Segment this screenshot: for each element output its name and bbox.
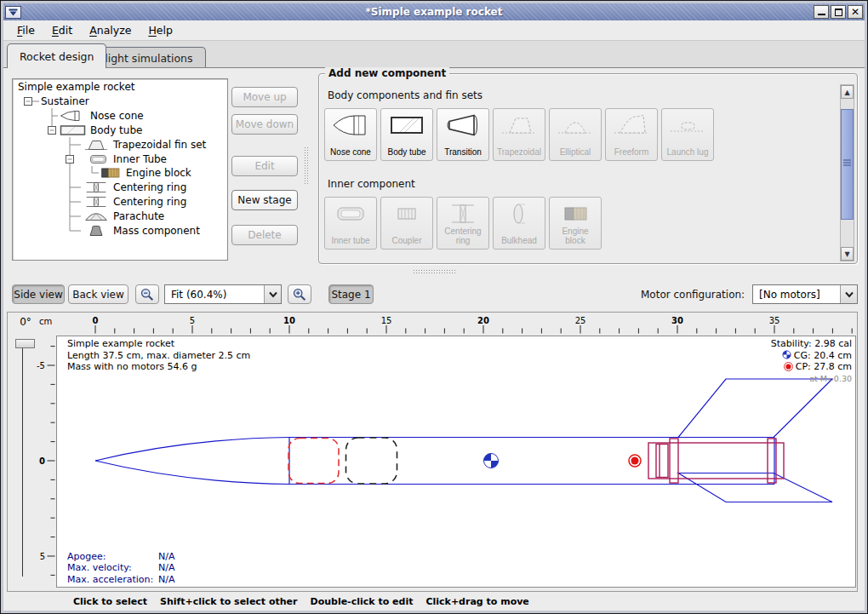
- stability-value: Stability: 2.98 cal: [771, 338, 852, 350]
- bulkhead-icon: [500, 200, 539, 227]
- status-hint: Click+drag to move: [425, 596, 528, 607]
- system-triangle-icon: [9, 9, 18, 16]
- menu-file[interactable]: File: [10, 21, 42, 39]
- fintrap-icon: [500, 112, 539, 139]
- tree-item-label: Trapezoidal fin set: [113, 139, 206, 151]
- zoom-in-button[interactable]: [288, 284, 311, 304]
- maximize-button[interactable]: [831, 5, 846, 19]
- component-button-label: Trapezoidal: [497, 148, 541, 158]
- edit-button[interactable]: Edit: [231, 156, 298, 176]
- component-button-label: Body tube: [387, 148, 425, 158]
- zoom-out-button[interactable]: [135, 284, 159, 304]
- zoom-level-value: Fit (60.4%): [165, 285, 264, 303]
- add-component-title: Add new component: [325, 67, 449, 79]
- rocket-canvas[interactable]: [56, 336, 856, 588]
- add-nose-cone-button[interactable]: Nose cone: [324, 108, 377, 161]
- rocket-mass: Mass with no motors 54.6 g: [67, 361, 250, 373]
- title-bar[interactable]: *Simple example rocket ✕: [3, 3, 865, 20]
- add-body-tube-button[interactable]: Body tube: [380, 108, 433, 161]
- component-tree[interactable]: Simple example rocketSustainerNose coneB…: [12, 78, 228, 261]
- minimize-button[interactable]: [814, 5, 829, 19]
- add-elliptical-button[interactable]: Elliptical: [549, 108, 602, 161]
- close-button[interactable]: ✕: [848, 5, 863, 19]
- add-engine-block-button[interactable]: Engineblock: [549, 197, 602, 250]
- centeringring-icon: [443, 200, 483, 227]
- scroll-up-icon[interactable]: ▲: [841, 85, 854, 99]
- apogee-row: Apogee:N/A: [67, 551, 174, 562]
- scrollbar-grip-icon: [842, 159, 853, 168]
- cp-marker-icon: [784, 362, 793, 371]
- menu-analyze[interactable]: Analyze: [83, 21, 138, 39]
- finellip-icon: [556, 112, 595, 139]
- status-hint: Click to select: [73, 596, 147, 607]
- menu-edit[interactable]: Edit: [45, 21, 79, 39]
- flight-estimates: Apogee:N/A Max. velocity:N/A Max. accele…: [67, 551, 174, 585]
- finset-icon: [84, 139, 108, 151]
- add-launch-lug-button[interactable]: Launch lug: [661, 108, 714, 161]
- delete-button[interactable]: Delete: [231, 225, 298, 245]
- max-acceleration-row: Max. acceleration:N/A: [67, 574, 174, 585]
- horizontal-splitter[interactable]: [413, 269, 457, 273]
- side-view-button[interactable]: Side view: [12, 284, 65, 304]
- tab-rocket-design[interactable]: Rocket design: [7, 43, 106, 68]
- add-inner-tube-button[interactable]: Inner tube: [324, 197, 377, 250]
- max-velocity-row: Max. velocity:N/A: [67, 562, 174, 573]
- minimize-icon: [818, 9, 825, 15]
- menu-bar: FileEditAnalyzeHelp: [3, 20, 865, 41]
- window-controls: ✕: [814, 5, 863, 19]
- component-button-label: Inner tube: [331, 237, 369, 246]
- add-bulkhead-button[interactable]: Bulkhead: [493, 197, 545, 250]
- rotation-slider-handle[interactable]: [15, 339, 35, 348]
- rocket-summary: Simple example rocket Length 37.5 cm, ma…: [67, 338, 250, 373]
- component-button-label: Bulkhead: [501, 237, 537, 246]
- new-stage-button[interactable]: New stage: [231, 190, 298, 210]
- coupler-icon: [387, 200, 426, 227]
- cg-marker-icon: [782, 350, 791, 359]
- tree-item-label: Parachute: [113, 210, 164, 222]
- component-button-label: Centeringring: [444, 227, 481, 245]
- motor-configuration-value: [No motors]: [753, 285, 840, 303]
- vertical-splitter[interactable]: [304, 146, 309, 184]
- tree-item-label: Centering ring: [113, 196, 186, 208]
- add-coupler-button[interactable]: Coupler: [380, 197, 433, 250]
- chevron-down-icon: [844, 291, 854, 298]
- cp-line: CP: 27.8 cm: [771, 361, 852, 373]
- inner-component-buttons: Inner tubeCouplerCenteringringBulkheadEn…: [324, 197, 602, 250]
- scrollbar-thumb[interactable]: [841, 109, 854, 220]
- scroll-down-icon[interactable]: ▼: [841, 247, 854, 261]
- status-hint: Shift+click to select other: [160, 596, 298, 607]
- component-scrollbar[interactable]: ▲ ▼: [840, 84, 854, 261]
- engineblock-icon: [100, 167, 123, 179]
- chevron-down-icon: [268, 291, 278, 298]
- add-freeform-button[interactable]: Freeform: [605, 108, 658, 161]
- bodytube-icon: [60, 124, 87, 136]
- tab-strip: Rocket designFlight simulations: [3, 41, 865, 67]
- tree-item-label: Centering ring: [113, 181, 186, 193]
- window-title: *Simple example rocket: [3, 6, 865, 18]
- add-transition-button[interactable]: Transition: [437, 108, 489, 161]
- back-view-button[interactable]: Back view: [68, 284, 128, 304]
- finfree-icon: [612, 112, 651, 139]
- move-up-button[interactable]: Move up: [231, 87, 298, 107]
- zoom-level-select[interactable]: Fit (60.4%): [164, 284, 282, 304]
- mass-icon: [84, 225, 108, 237]
- magnifier-plus-icon: [292, 287, 307, 302]
- motor-configuration-select[interactable]: [No motors]: [752, 284, 858, 304]
- add-centering-ring-button[interactable]: Centeringring: [437, 197, 489, 250]
- window-menu-icon[interactable]: [5, 6, 21, 19]
- component-button-label: Elliptical: [560, 148, 591, 158]
- launchlug-icon: [668, 112, 707, 139]
- stage-1-toggle[interactable]: Stage 1: [328, 284, 374, 304]
- rocket-name: Simple example rocket: [67, 338, 250, 350]
- menu-help[interactable]: Help: [141, 21, 180, 39]
- status-hint: Double-click to edit: [311, 596, 414, 607]
- component-button-label: Nose cone: [330, 148, 371, 158]
- centeringring-icon: [84, 181, 108, 193]
- maximize-icon: [835, 9, 842, 16]
- component-button-label: Launch lug: [667, 148, 709, 158]
- rocket-dimensions: Length 37.5 cm, max. diameter 2.5 cm: [67, 350, 250, 362]
- add-trapezoidal-button[interactable]: Trapezoidal: [493, 108, 545, 161]
- cg-line: CG: 20.4 cm: [771, 350, 852, 362]
- tree-item-label: Engine block: [126, 167, 191, 179]
- move-down-button[interactable]: Move down: [231, 114, 298, 135]
